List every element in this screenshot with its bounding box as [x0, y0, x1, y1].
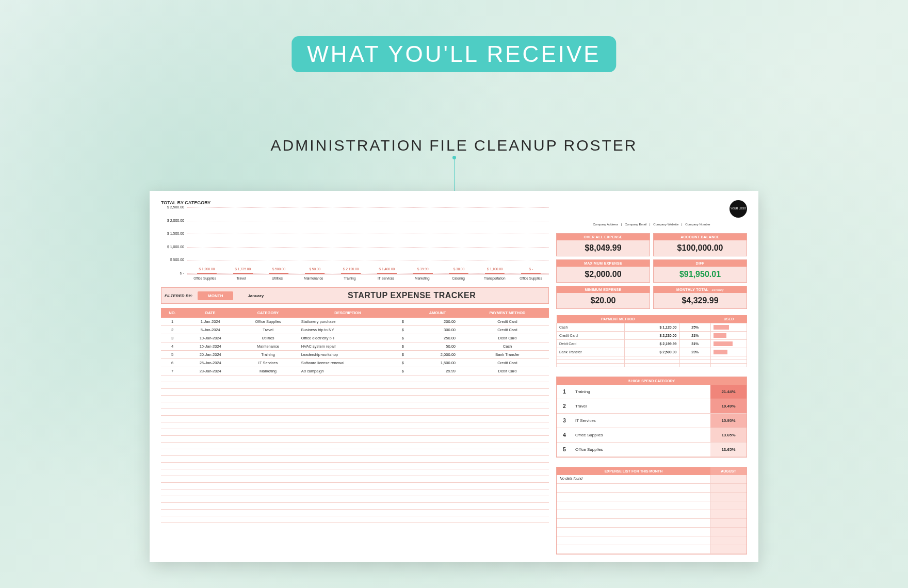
table-row: 728-Jan-2024MarketingAd campaign$29.99De… — [161, 367, 549, 375]
expense-table: NO.DATECATEGORYDESCRIPTIONAMOUNTPAYMENT … — [161, 308, 549, 523]
month-expense-list: EXPENSE LIST FOR THIS MONTH AUGUST No da… — [556, 467, 747, 554]
kpi-value: $8,049.99 — [557, 240, 650, 256]
kpi-value: $100,000.00 — [654, 240, 747, 256]
kpi-min-expense: MINIMUM EXPENSE $20.00 — [556, 286, 650, 309]
kpi-value: $2,000.00 — [557, 267, 650, 282]
category-bar-chart: $ 2,500.00$ 2,000.00$ 1,500.00$ 1,000.00… — [187, 207, 549, 274]
kpi-header: MAXIMUM EXPENSE — [557, 260, 650, 267]
kpi-overall-expense: OVER ALL EXPENSE $8,049.99 — [556, 233, 650, 256]
filter-month-value[interactable]: January — [238, 291, 273, 300]
table-row: 520-Jan-2024TrainingLeadership workshop$… — [161, 351, 549, 359]
filter-month-button[interactable]: MONTH — [198, 291, 233, 300]
kpi-header: MINIMUM EXPENSE — [557, 286, 650, 293]
headline-badge: WHAT YOU'LL RECEIVE — [291, 36, 616, 72]
filter-label: FILTERED BY: — [165, 293, 192, 298]
kpi-monthly-total: MONTHLY TOTALJanuary $4,329.99 — [653, 286, 747, 309]
table-row: 415-Jan-2024MaintenanceHVAC system repai… — [161, 342, 549, 351]
chart-title: TOTAL BY CATEGORY — [161, 200, 549, 205]
kpi-header: ACCOUNT BALANCE — [654, 234, 747, 240]
kpi-header: DIFF — [654, 260, 747, 267]
kpi-header: OVER ALL EXPENSE — [557, 234, 650, 240]
kpi-header: MONTHLY TOTALJanuary — [654, 286, 747, 293]
table-row: 11-Jan-2024Office SuppliesStationery pur… — [161, 318, 549, 326]
company-meta: Company Address | Company Email | Compan… — [556, 223, 747, 226]
filter-bar: FILTERED BY: MONTH January STARTUP EXPEN… — [161, 287, 549, 304]
kpi-diff: DIFF $91,950.01 — [653, 259, 747, 283]
table-row: 310-Jan-2024UtilitiesOffice electricity … — [161, 334, 549, 342]
subtitle: ADMINISTRATION FILE CLEANUP ROSTER — [271, 137, 638, 154]
kpi-account-balance: ACCOUNT BALANCE $100,000.00 — [653, 233, 747, 256]
payment-method-table: PAYMENT METHODUSED Cash$ 1,120.0025%Cred… — [556, 315, 747, 367]
panel-header: EXPENSE LIST FOR THIS MONTH — [557, 467, 710, 475]
tracker-title: STARTUP EXPENSE TRACKER — [278, 291, 545, 300]
table-row: 625-Jan-2024IT ServicesSoftware license … — [161, 359, 549, 367]
panel-month: AUGUST — [710, 467, 747, 475]
spreadsheet-preview: TOTAL BY CATEGORY $ 2,500.00$ 2,000.00$ … — [150, 191, 758, 562]
kpi-value: $20.00 — [557, 293, 650, 308]
kpi-value: $91,950.01 — [654, 267, 747, 282]
table-row: 25-Jan-2024TravelBusiness trip to NY$300… — [161, 326, 549, 334]
high-spend-panel: 5 HIGH SPEND CATEGORY 1Training21.44%2Tr… — [556, 377, 747, 458]
logo-placeholder: YOUR LOGO — [729, 200, 747, 218]
kpi-value: $4,329.99 — [654, 293, 747, 308]
panel-header: 5 HIGH SPEND CATEGORY — [557, 377, 747, 385]
kpi-max-expense: MAXIMUM EXPENSE $2,000.00 — [556, 259, 650, 283]
